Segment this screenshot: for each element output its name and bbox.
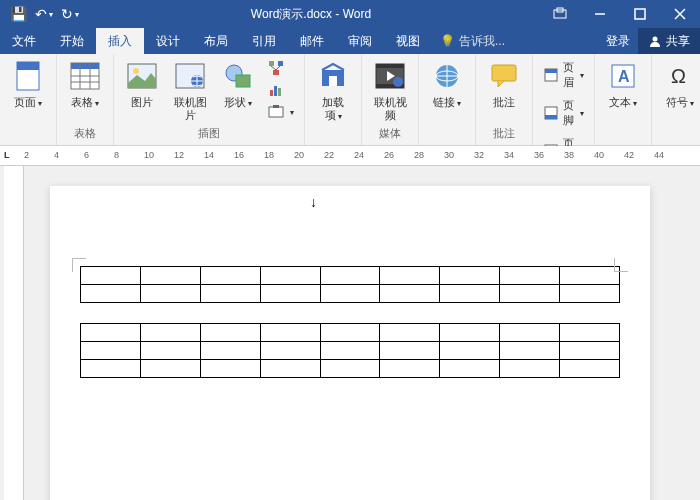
table-cell[interactable] xyxy=(560,324,620,342)
table-cell[interactable] xyxy=(320,342,380,360)
vertical-ruler[interactable] xyxy=(4,166,24,500)
group-pages: 页面▾ xyxy=(0,54,57,145)
table-cell[interactable] xyxy=(140,342,200,360)
tab-邮件[interactable]: 邮件 xyxy=(288,28,336,54)
links-button[interactable]: 链接▾ xyxy=(425,58,469,111)
table-cell[interactable] xyxy=(380,267,440,285)
window-title: Word演示.docx - Word xyxy=(82,6,540,23)
screenshot-button[interactable]: ▾ xyxy=(264,102,298,122)
minimize-button[interactable] xyxy=(580,0,620,28)
tab-布局[interactable]: 布局 xyxy=(192,28,240,54)
table-cell[interactable] xyxy=(320,324,380,342)
chart-button[interactable] xyxy=(264,80,298,100)
table-cell[interactable] xyxy=(260,360,320,378)
maximize-button[interactable] xyxy=(620,0,660,28)
table-cell[interactable] xyxy=(260,267,320,285)
document-area[interactable]: ↓ xyxy=(0,166,700,500)
table-cell[interactable] xyxy=(380,285,440,303)
table-cell[interactable] xyxy=(440,267,500,285)
header-button[interactable]: 页眉▾ xyxy=(539,58,588,92)
table-cell[interactable] xyxy=(81,342,141,360)
tab-插入[interactable]: 插入 xyxy=(96,28,144,54)
svg-rect-29 xyxy=(269,107,283,117)
close-button[interactable] xyxy=(660,0,700,28)
comment-button[interactable]: 批注 xyxy=(482,58,526,111)
table-cell[interactable] xyxy=(320,285,380,303)
table-cell[interactable] xyxy=(380,324,440,342)
horizontal-ruler[interactable]: L 24681012141618202224262830323436384042… xyxy=(0,146,700,166)
table-cell[interactable] xyxy=(140,285,200,303)
table-cell[interactable] xyxy=(260,285,320,303)
textbox-button[interactable]: A 文本▾ xyxy=(601,58,645,111)
online-pictures-button[interactable]: 联机图片 xyxy=(168,58,212,124)
insert-picture-button[interactable]: 图片 xyxy=(120,58,164,111)
tell-me-search[interactable]: 💡告诉我... xyxy=(432,28,505,54)
symbol-button[interactable]: Ω 符号▾ xyxy=(658,58,700,111)
page[interactable]: ↓ xyxy=(50,186,650,500)
table-cell[interactable] xyxy=(440,360,500,378)
table-cell[interactable] xyxy=(440,342,500,360)
table-cell[interactable] xyxy=(200,285,260,303)
table-cell[interactable] xyxy=(500,324,560,342)
smartart-button[interactable] xyxy=(264,58,298,78)
table-cell[interactable] xyxy=(500,360,560,378)
table-cell[interactable] xyxy=(140,267,200,285)
insert-table-button[interactable]: 表格▾ xyxy=(63,58,107,111)
table-cell[interactable] xyxy=(560,342,620,360)
document-table[interactable] xyxy=(80,266,620,303)
addins-button[interactable]: 加载 项▾ xyxy=(311,58,355,124)
table-cell[interactable] xyxy=(200,324,260,342)
chart-icon xyxy=(268,82,284,98)
tab-设计[interactable]: 设计 xyxy=(144,28,192,54)
cover-page-button[interactable]: 页面▾ xyxy=(6,58,50,111)
tab-视图[interactable]: 视图 xyxy=(384,28,432,54)
table-cell[interactable] xyxy=(560,285,620,303)
save-button[interactable]: 💾 xyxy=(6,2,30,26)
table-cell[interactable] xyxy=(500,267,560,285)
table-cell[interactable] xyxy=(500,285,560,303)
svg-text:Ω: Ω xyxy=(671,65,686,87)
table-cell[interactable] xyxy=(320,360,380,378)
table-cell[interactable] xyxy=(260,342,320,360)
online-video-button[interactable]: 联机视频 xyxy=(368,58,412,124)
table-cell[interactable] xyxy=(440,324,500,342)
ruler-mark: 32 xyxy=(474,150,484,160)
table-cell[interactable] xyxy=(440,285,500,303)
table-cell[interactable] xyxy=(200,342,260,360)
footer-button[interactable]: 页脚▾ xyxy=(539,96,588,130)
table-cell[interactable] xyxy=(560,267,620,285)
table-cell[interactable] xyxy=(500,342,560,360)
ribbon-options-button[interactable] xyxy=(540,0,580,28)
tab-文件[interactable]: 文件 xyxy=(0,28,48,54)
table-cell[interactable] xyxy=(140,324,200,342)
tab-审阅[interactable]: 审阅 xyxy=(336,28,384,54)
table-cell[interactable] xyxy=(260,324,320,342)
table-cell[interactable] xyxy=(81,324,141,342)
share-button[interactable]: 共享 xyxy=(638,28,700,54)
ruler-mark: 8 xyxy=(114,150,119,160)
group-media: 联机视频 媒体 xyxy=(362,54,419,145)
table-cell[interactable] xyxy=(320,267,380,285)
table-cell[interactable] xyxy=(200,360,260,378)
tab-开始[interactable]: 开始 xyxy=(48,28,96,54)
table-cell[interactable] xyxy=(81,360,141,378)
svg-point-16 xyxy=(133,68,139,74)
video-icon xyxy=(374,60,406,92)
document-table[interactable] xyxy=(80,323,620,378)
table-cell[interactable] xyxy=(200,267,260,285)
table-cell[interactable] xyxy=(380,360,440,378)
svg-rect-34 xyxy=(376,64,404,68)
ruler-mark: 42 xyxy=(624,150,634,160)
redo-button[interactable]: ↻▾ xyxy=(58,2,82,26)
table-cell[interactable] xyxy=(560,360,620,378)
ruler-mark: 24 xyxy=(354,150,364,160)
table-cell[interactable] xyxy=(81,267,141,285)
table-cell[interactable] xyxy=(81,285,141,303)
undo-button[interactable]: ↶▾ xyxy=(32,2,56,26)
sign-in-button[interactable]: 登录 xyxy=(598,28,638,54)
tab-引用[interactable]: 引用 xyxy=(240,28,288,54)
smartart-icon xyxy=(268,60,284,76)
table-cell[interactable] xyxy=(140,360,200,378)
table-cell[interactable] xyxy=(380,342,440,360)
shapes-button[interactable]: 形状▾ xyxy=(216,58,260,111)
